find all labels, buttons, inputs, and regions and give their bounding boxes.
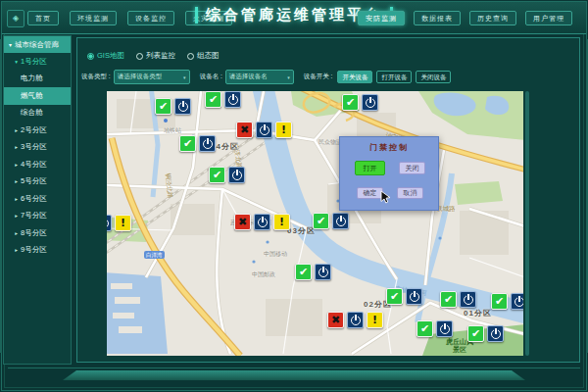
power-button-icon[interactable] xyxy=(362,94,378,111)
sidebar-item[interactable]: ▸4号分区 xyxy=(4,156,71,173)
sidebar-item[interactable]: 电力舱 xyxy=(4,71,71,88)
device-marker-ok[interactable]: ✔ xyxy=(467,325,504,342)
device-marker-ok[interactable]: ✔ xyxy=(313,213,349,229)
open-button[interactable]: 打开 xyxy=(355,161,385,175)
device-marker-fault[interactable]: ✖! xyxy=(234,214,290,230)
bottom-divider xyxy=(8,368,580,368)
power-stem xyxy=(182,101,184,107)
warning-icon: ! xyxy=(273,214,290,230)
device-marker-fault[interactable]: ✖! xyxy=(236,122,292,138)
power-button-icon[interactable] xyxy=(224,91,241,108)
device-marker-ok[interactable]: ✔ xyxy=(342,94,378,111)
view-mode-radio[interactable]: 组态图 xyxy=(187,51,220,61)
cancel-button[interactable]: 取消 xyxy=(397,187,423,199)
sidebar-item[interactable]: ▸7号分区 xyxy=(4,208,71,225)
power-button-icon[interactable] xyxy=(511,293,523,310)
power-button-icon[interactable] xyxy=(347,312,364,328)
sidebar-item-label: 9号分区 xyxy=(21,245,47,255)
sidebar-item[interactable]: ▸8号分区 xyxy=(4,224,71,242)
power-stem xyxy=(518,296,520,302)
sidebar-item[interactable]: ▸9号分区 xyxy=(4,242,71,260)
device-marker-ok[interactable]: ✔ xyxy=(205,91,241,108)
caret-right-icon: ▸ xyxy=(4,144,18,150)
power-button-icon[interactable] xyxy=(256,122,272,138)
ok-button[interactable]: 确定 xyxy=(357,187,383,199)
device-marker-ok[interactable]: ✔ xyxy=(416,320,453,337)
power-button-icon[interactable] xyxy=(174,98,191,115)
power-stem xyxy=(322,267,324,272)
device-type-value: 请选择设备类型 xyxy=(118,73,163,81)
sidebar-item[interactable]: ▸2号分区 xyxy=(4,122,71,139)
sidebar-item[interactable]: ▸5号分区 xyxy=(4,173,71,191)
device-marker-ok[interactable]: ✔ xyxy=(155,98,191,115)
power-button-icon[interactable] xyxy=(460,291,476,308)
device-switch-button[interactable]: 开关设备 xyxy=(337,71,372,83)
close-button[interactable]: 关闭 xyxy=(399,162,425,174)
view-mode-radio[interactable]: GIS地图 xyxy=(87,51,124,61)
device-marker-ok[interactable]: ✔ xyxy=(386,288,422,305)
power-stem xyxy=(467,294,469,300)
device-marker-fault[interactable]: ✖! xyxy=(107,215,131,231)
power-button-icon[interactable] xyxy=(332,213,349,229)
device-marker-ok[interactable]: ✔ xyxy=(179,135,216,152)
sidebar-item[interactable]: ▾1号分区 xyxy=(4,53,71,71)
sidebar-item[interactable]: 燃气舱 xyxy=(4,87,71,105)
status-ok-icon: ✔ xyxy=(209,167,225,183)
sidebar-item[interactable]: ▸3号分区 xyxy=(4,139,71,157)
nav-button[interactable]: 环境监测 xyxy=(70,11,117,25)
nav-button[interactable]: 火灾监测 xyxy=(185,11,232,25)
mouse-cursor-icon xyxy=(380,191,392,204)
caret-right-icon: ▸ xyxy=(4,230,18,236)
nav-button[interactable]: 首页 xyxy=(27,11,59,25)
power-button-icon[interactable] xyxy=(199,135,216,152)
sidebar-root-node[interactable]: ▾ 城市综合管廊 xyxy=(4,36,71,53)
sidebar-item-label: 综合舱 xyxy=(21,108,43,118)
device-marker-ok[interactable]: ✔ xyxy=(295,264,331,280)
device-marker-ok[interactable]: ✔ xyxy=(491,293,523,310)
page-title: 综合管廊运维管理平台 xyxy=(206,6,382,24)
status-ok-icon: ✔ xyxy=(179,135,196,152)
device-switch-buttons: 开关设备打开设备关闭设备 xyxy=(337,71,451,83)
sidebar-item[interactable]: ▸6号分区 xyxy=(4,190,71,208)
nav-button[interactable]: 历史查询 xyxy=(469,11,516,25)
dialog-title: 门禁控制 xyxy=(340,142,438,153)
sidebar-root-label: 城市综合管廊 xyxy=(15,40,59,50)
device-switch-button[interactable]: 关闭设备 xyxy=(416,71,451,83)
power-button-icon[interactable] xyxy=(107,215,112,231)
nav-button[interactable]: 数据报表 xyxy=(414,11,461,25)
power-stem xyxy=(236,170,238,175)
device-marker-fault[interactable]: ✖! xyxy=(327,312,383,328)
power-button-icon[interactable] xyxy=(487,325,504,342)
nav-button[interactable]: 安防监测 xyxy=(358,11,405,25)
power-button-icon[interactable] xyxy=(228,167,245,183)
poi-label: 中国邮政 xyxy=(252,270,275,279)
view-mode-label: 组态图 xyxy=(197,51,220,61)
device-name-label: 设备名 : xyxy=(200,73,222,81)
device-type-select[interactable]: 请选择设备类型 ▾ xyxy=(114,70,190,84)
nav-button[interactable]: 设备监控 xyxy=(127,11,174,25)
warning-icon: ! xyxy=(115,215,131,231)
power-button-icon[interactable] xyxy=(254,214,270,230)
status-ok-icon: ✔ xyxy=(342,94,359,111)
power-ring xyxy=(107,219,109,228)
view-mode-radio[interactable]: 列表监控 xyxy=(136,51,175,61)
sidebar-item[interactable]: 综合舱 xyxy=(4,105,71,122)
nav-button[interactable]: 用户管理 xyxy=(525,11,572,25)
status-fault-icon: ✖ xyxy=(236,122,253,138)
map-scrollbar[interactable] xyxy=(525,91,529,356)
device-marker-ok[interactable]: ✔ xyxy=(209,167,245,183)
device-switch-button[interactable]: 打开设备 xyxy=(376,71,412,83)
device-name-select[interactable]: 请选择设备名 ▾ xyxy=(225,70,294,84)
device-marker-ok[interactable]: ✔ xyxy=(440,291,476,308)
power-button-icon[interactable] xyxy=(436,320,453,337)
poi-label: 地铁站 xyxy=(164,126,181,135)
status-ok-icon: ✔ xyxy=(416,320,433,337)
power-button-icon[interactable] xyxy=(406,288,422,305)
power-stem xyxy=(262,217,264,222)
power-button-icon[interactable] xyxy=(315,264,331,280)
view-mode-label: 列表监控 xyxy=(146,51,175,61)
power-stem xyxy=(340,216,342,221)
district-label: 03分区 xyxy=(287,225,316,236)
power-stem xyxy=(264,124,266,130)
map-canvas[interactable]: 04分区03分区02分区01分区沪宁高速联城路广济北路桐泾北路京杭大运河白洋湾中… xyxy=(107,91,523,356)
